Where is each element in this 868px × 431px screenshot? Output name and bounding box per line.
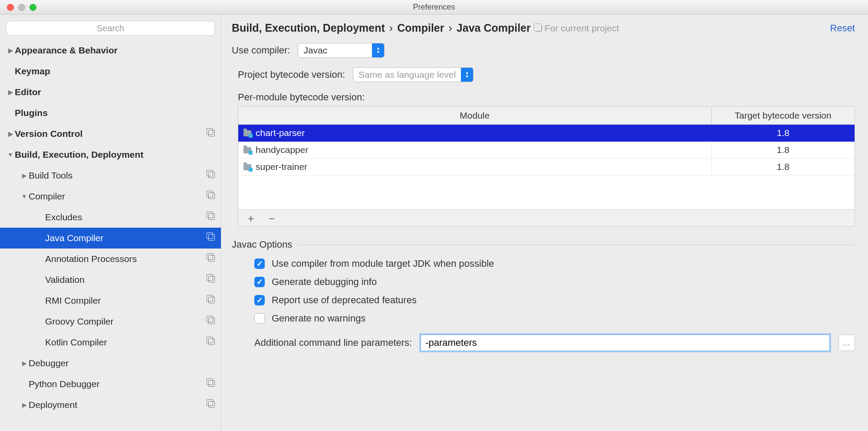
project-scope-badge-icon (208, 213, 215, 222)
search-input[interactable] (6, 21, 215, 36)
table-row[interactable]: chart-parser1.8 (238, 125, 855, 142)
sidebar-item-label: Groovy Compiler (45, 316, 208, 327)
bytecode-version-cell[interactable]: 1.8 (711, 125, 855, 142)
sidebar-item-appearance-behavior[interactable]: ▶Appearance & Behavior (0, 40, 221, 61)
opt-debug-info-label: Generate debugging info (272, 276, 377, 288)
project-scope-badge-icon (208, 401, 215, 409)
opt-use-module-jdk-checkbox[interactable]: ✓ (254, 259, 265, 269)
opt-no-warnings-checkbox[interactable] (254, 313, 265, 324)
folder-icon (243, 130, 251, 136)
chevron-right-icon: › (389, 22, 393, 34)
module-name: handycapper (256, 145, 308, 155)
settings-tree[interactable]: ▶Appearance & BehaviorKeymap▶EditorPlugi… (0, 40, 221, 431)
sidebar-item-label: Keymap (15, 66, 215, 76)
sidebar-item-label: Annotation Processors (45, 254, 208, 264)
sidebar-item-label: Debugger (29, 358, 215, 368)
breadcrumb-segment: Java Compiler (457, 22, 531, 34)
sidebar-item-compiler[interactable]: ▼Compiler (0, 186, 221, 207)
sidebar-item-label: Build, Execution, Deployment (15, 149, 215, 160)
bytecode-version-cell[interactable]: 1.8 (711, 142, 855, 159)
opt-deprecated-checkbox[interactable]: ✓ (254, 295, 265, 305)
stepper-arrows-icon: ▲▼ (461, 68, 473, 82)
sidebar-item-label: Excludes (45, 212, 208, 222)
bytecode-version-cell[interactable]: 1.8 (711, 159, 855, 176)
project-scope-icon (535, 25, 542, 32)
stepper-arrows-icon: ▲▼ (372, 43, 384, 57)
window-title: Preferences (413, 3, 455, 12)
project-bytecode-select[interactable]: Same as language level ▲▼ (353, 67, 473, 82)
sidebar-item-label: Plugins (15, 108, 215, 118)
chevron-down-icon: ▼ (20, 193, 29, 200)
project-scope-badge-icon (208, 275, 215, 284)
sidebar-item-validation[interactable]: Validation (0, 269, 221, 290)
module-cell: handycapper (238, 142, 711, 159)
sidebar-item-label: Build Tools (29, 170, 208, 181)
sidebar-item-label: Editor (15, 87, 215, 97)
opt-use-module-jdk-label: Use compiler from module target JDK when… (272, 258, 494, 269)
breadcrumb-segment: Build, Execution, Deployment (232, 22, 385, 34)
sidebar-item-label: Compiler (29, 191, 208, 202)
sidebar-item-version-control[interactable]: ▶Version Control (0, 123, 221, 144)
sidebar-item-rmi-compiler[interactable]: RMI Compiler (0, 290, 221, 311)
project-scope-badge-icon (208, 129, 215, 138)
scope-hint-text: For current project (545, 23, 619, 33)
module-name: super-trainer (256, 162, 307, 172)
zoom-window-button[interactable] (30, 4, 36, 11)
folder-icon (243, 147, 251, 153)
project-bytecode-label: Project bytecode version: (238, 69, 345, 80)
chevron-right-icon: ▶ (20, 401, 29, 408)
chevron-down-icon: ▼ (6, 151, 15, 158)
cmd-params-label: Additional command line parameters: (254, 337, 412, 348)
sidebar-item-plugins[interactable]: Plugins (0, 103, 221, 123)
settings-content: Build, Execution, Deployment › Compiler … (221, 15, 868, 431)
sidebar-item-annotation-processors[interactable]: Annotation Processors (0, 249, 221, 269)
close-window-button[interactable] (7, 4, 14, 11)
minimize-window-button[interactable] (18, 4, 25, 11)
opt-debug-info-checkbox[interactable]: ✓ (254, 277, 265, 287)
sidebar-item-deployment[interactable]: ▶Deployment (0, 395, 221, 415)
project-scope-badge-icon (208, 192, 215, 201)
module-cell: chart-parser (238, 125, 711, 142)
titlebar: Preferences (0, 0, 868, 15)
sidebar-item-label: Python Debugger (29, 379, 208, 389)
chevron-right-icon: › (449, 22, 452, 34)
use-compiler-select[interactable]: Javac ▲▼ (298, 43, 385, 58)
sidebar-item-editor[interactable]: ▶Editor (0, 82, 221, 103)
project-scope-badge-icon (208, 338, 215, 347)
cmd-params-input[interactable] (421, 335, 830, 351)
reset-link[interactable]: Reset (830, 23, 855, 34)
sidebar-item-label: Deployment (29, 400, 208, 410)
sidebar-item-excludes[interactable]: Excludes (0, 207, 221, 228)
table-row[interactable]: super-trainer1.8 (238, 159, 855, 176)
project-scope-badge-icon (208, 234, 215, 242)
sidebar-item-label: Kotlin Compiler (45, 337, 208, 348)
project-scope-badge-icon (208, 296, 215, 305)
sidebar-item-python-debugger[interactable]: Python Debugger (0, 374, 221, 395)
breadcrumb-segment: Compiler (397, 22, 444, 34)
project-bytecode-value: Same as language level (353, 68, 461, 82)
chevron-right-icon: ▶ (20, 172, 29, 179)
sidebar-item-label: RMI Compiler (45, 295, 208, 306)
javac-options-heading: Javac Options (232, 239, 292, 250)
module-name: chart-parser (256, 128, 305, 138)
cmd-params-expand-button[interactable]: … (838, 335, 855, 351)
sidebar-item-build-execution-deployment[interactable]: ▼Build, Execution, Deployment (0, 144, 221, 165)
table-empty-area (238, 176, 855, 209)
remove-row-button[interactable]: － (266, 214, 277, 222)
sidebar-item-kotlin-compiler[interactable]: Kotlin Compiler (0, 332, 221, 353)
table-header-version[interactable]: Target bytecode version (711, 107, 855, 125)
chevron-right-icon: ▶ (20, 360, 29, 367)
sidebar-item-label: Version Control (15, 129, 208, 139)
use-compiler-label: Use compiler: (232, 45, 290, 56)
table-row[interactable]: handycapper1.8 (238, 142, 855, 159)
sidebar-item-debugger[interactable]: ▶Debugger (0, 353, 221, 374)
table-header-module[interactable]: Module (238, 107, 711, 125)
sidebar-item-label: Java Compiler (45, 233, 208, 243)
module-cell: super-trainer (238, 159, 711, 176)
add-row-button[interactable]: ＋ (245, 214, 256, 222)
chevron-right-icon: ▶ (6, 130, 15, 137)
sidebar-item-keymap[interactable]: Keymap (0, 61, 221, 82)
sidebar-item-groovy-compiler[interactable]: Groovy Compiler (0, 311, 221, 332)
sidebar-item-build-tools[interactable]: ▶Build Tools (0, 165, 221, 186)
sidebar-item-java-compiler[interactable]: Java Compiler (0, 228, 221, 249)
